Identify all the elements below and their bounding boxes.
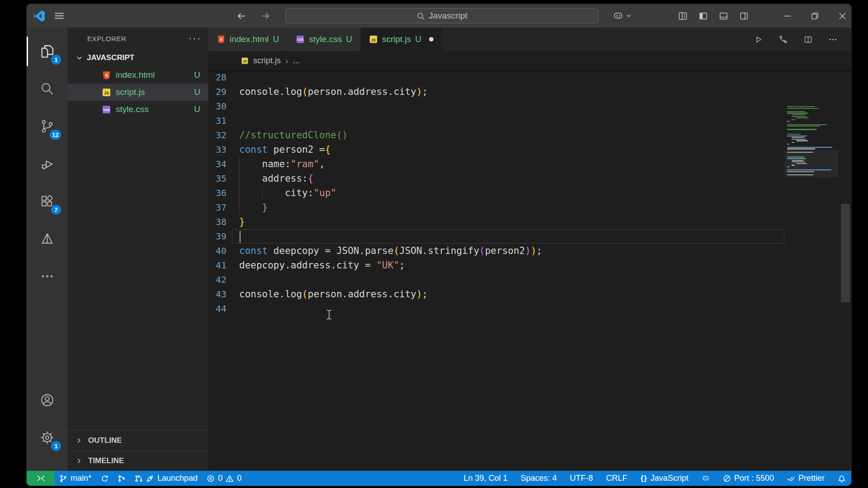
- back-button[interactable]: [236, 4, 247, 28]
- more-actions-icon[interactable]: [828, 35, 838, 44]
- status-git-branch[interactable]: main*: [55, 471, 96, 486]
- toggle-panel-icon[interactable]: [718, 11, 729, 21]
- customize-layout-icon[interactable]: [678, 11, 688, 21]
- minimap-viewport[interactable]: [784, 150, 839, 178]
- line-number: 28: [208, 70, 232, 84]
- activity-item-settings[interactable]: 1: [27, 419, 67, 456]
- blocked-icon: [723, 474, 731, 483]
- status-notifications[interactable]: [835, 471, 849, 486]
- close-button[interactable]: [837, 11, 848, 21]
- status-language-mode[interactable]: {}JavaScript: [638, 471, 691, 486]
- activity-badge: 7: [51, 205, 61, 215]
- code-line-42[interactable]: 42: [208, 272, 851, 287]
- code-line-29[interactable]: 29 console.log(person.address.city);: [208, 84, 851, 99]
- outline-section[interactable]: OUTLINE: [67, 430, 208, 450]
- tab-script.js[interactable]: JS script.js U: [361, 28, 442, 51]
- copilot-menu-button[interactable]: [613, 4, 632, 28]
- status-prettier[interactable]: Prettier: [784, 471, 827, 486]
- tab-index.html[interactable]: 5 index.html U: [208, 28, 288, 51]
- pr-icon: [135, 474, 143, 483]
- code-line-38[interactable]: 38 }: [208, 215, 851, 229]
- git-status-untracked: U: [415, 34, 421, 44]
- code-line-39[interactable]: 39: [208, 229, 851, 244]
- code-line-33[interactable]: 33 const person2 ={: [208, 142, 851, 157]
- sync-icon: [100, 474, 108, 483]
- status-encoding[interactable]: UTF-8: [567, 471, 596, 486]
- tab-label: script.js: [382, 34, 411, 44]
- line-number: 44: [208, 301, 232, 316]
- code-line-37[interactable]: 37 }: [208, 200, 851, 215]
- code-line-32[interactable]: 32 //structuredClone(): [208, 128, 851, 142]
- code-line-28[interactable]: 28: [208, 70, 851, 84]
- explorer-sidebar: EXPLORER ··· JAVASCRIPT 5 index.html U J…: [67, 28, 208, 471]
- folder-row-javascript[interactable]: JAVASCRIPT: [67, 49, 208, 66]
- title-bar: Javascript: [27, 4, 851, 28]
- file-row-script.js[interactable]: JS script.js U: [67, 84, 208, 101]
- mouse-ibeam-cursor: [326, 310, 332, 320]
- git-status-untracked: U: [194, 87, 200, 97]
- restore-button[interactable]: [810, 11, 820, 21]
- html-file-icon: 5: [217, 35, 226, 44]
- activity-item-more[interactable]: [27, 258, 67, 295]
- activity-item-account[interactable]: [27, 381, 67, 419]
- timeline-section[interactable]: TIMELINE: [67, 450, 208, 471]
- root-folder-label: JAVASCRIPT: [87, 53, 134, 62]
- explorer-actions-icon[interactable]: ···: [189, 33, 201, 44]
- activity-item-explorer[interactable]: 1: [27, 33, 67, 70]
- status-launchpad[interactable]: Launchpad: [130, 471, 202, 486]
- run-debug-icon: [40, 156, 55, 171]
- activity-item-source-control[interactable]: 12: [27, 108, 67, 145]
- activity-item-extension-prism[interactable]: [27, 220, 67, 258]
- status-source-control-graph[interactable]: [113, 471, 130, 486]
- code-line-34[interactable]: 34 name:"ram",: [208, 157, 851, 171]
- copilot-icon: [702, 474, 710, 483]
- code-line-36[interactable]: 36 city:"up": [208, 186, 851, 200]
- code-editor[interactable]: 28 29 console.log(person.address.city); …: [208, 70, 851, 471]
- status-problems[interactable]: 00: [202, 471, 246, 486]
- svg-text:CSS: CSS: [297, 38, 303, 41]
- account-icon: [40, 393, 55, 408]
- file-row-style.css[interactable]: CSS style.css U: [67, 101, 208, 118]
- extension-prism-icon: [40, 231, 55, 246]
- search-icon: [40, 81, 55, 96]
- run-icon[interactable]: [754, 35, 763, 44]
- code-line-44[interactable]: 44: [208, 301, 851, 316]
- code-line-41[interactable]: 41 deepcopy.address.city = "UK";: [208, 258, 851, 272]
- vertical-scrollbar[interactable]: [841, 204, 850, 302]
- activity-item-extensions[interactable]: 7: [27, 183, 67, 220]
- code-line-43[interactable]: 43 console.log(person.address.city);: [208, 287, 851, 301]
- git-status-untracked: U: [194, 70, 200, 80]
- status-git-sync[interactable]: [96, 471, 113, 486]
- git-status-untracked: U: [273, 34, 279, 44]
- status-indentation[interactable]: Spaces: 4: [518, 471, 560, 486]
- rocket-icon: [146, 474, 154, 483]
- css-file-icon: CSS: [102, 105, 111, 114]
- code-line-40[interactable]: 40 const deepcopy = JSON.parse(JSON.stri…: [208, 244, 851, 258]
- toggle-primary-sidebar-icon[interactable]: [698, 11, 708, 21]
- code-line-30[interactable]: 30: [208, 99, 851, 113]
- minimap[interactable]: [784, 88, 839, 471]
- status-copilot[interactable]: [699, 471, 712, 486]
- status-live-server-port[interactable]: Port : 5500: [720, 471, 777, 486]
- status-eol[interactable]: CRLF: [604, 471, 630, 486]
- status-remote-indicator[interactable]: [27, 471, 55, 486]
- command-center-search[interactable]: Javascript: [285, 8, 599, 23]
- chevron-right-icon: [75, 457, 83, 465]
- file-row-index.html[interactable]: 5 index.html U: [67, 66, 208, 84]
- tab-style.css[interactable]: CSS style.css U: [288, 28, 361, 51]
- activity-item-search[interactable]: [27, 70, 67, 108]
- forward-button[interactable]: [260, 4, 271, 28]
- menu-icon[interactable]: [54, 4, 66, 28]
- toggle-secondary-sidebar-icon[interactable]: [739, 11, 749, 21]
- code-line-31[interactable]: 31: [208, 113, 851, 128]
- minimize-button[interactable]: [782, 11, 793, 21]
- split-editor-icon[interactable]: [803, 35, 813, 44]
- editor-area: 5 index.html U CSS style.css U JS script…: [208, 28, 851, 471]
- status-cursor-position[interactable]: Ln 39, Col 1: [461, 471, 510, 486]
- code-line-35[interactable]: 35 address:{: [208, 171, 851, 186]
- open-changes-icon[interactable]: [778, 35, 788, 44]
- breadcrumb-more: ...: [293, 56, 300, 66]
- activity-item-run-debug[interactable]: [27, 145, 67, 183]
- breadcrumb[interactable]: JS script.js › ...: [208, 51, 851, 70]
- line-number: 43: [208, 287, 232, 301]
